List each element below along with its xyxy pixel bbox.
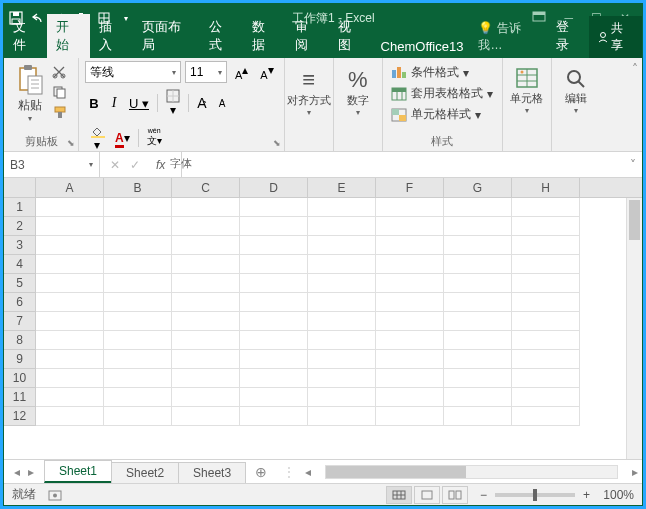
cell[interactable] [240,236,308,255]
page-layout-view-icon[interactable] [414,486,440,504]
cells-grid[interactable]: 123456789101112 [4,198,642,459]
hscroll-left-icon[interactable]: ◂ [305,465,311,479]
cell[interactable] [444,369,512,388]
cell[interactable] [512,217,580,236]
cell[interactable] [376,369,444,388]
fill-color-button[interactable]: ▾ [85,122,109,154]
cell[interactable] [376,312,444,331]
horizontal-scrollbar[interactable] [325,465,618,479]
cell[interactable] [512,369,580,388]
cell[interactable] [308,217,376,236]
cell[interactable] [172,388,240,407]
font-shrink-icon[interactable]: Â [213,96,231,111]
cell[interactable] [104,236,172,255]
share-button[interactable]: 共享 [589,16,642,58]
row-header[interactable]: 2 [4,217,36,236]
cell[interactable] [172,331,240,350]
border-button[interactable]: ▾ [162,87,184,119]
zoom-slider[interactable] [495,493,575,497]
expand-formula-icon[interactable]: ˅ [624,158,642,172]
cell[interactable] [376,236,444,255]
cell[interactable] [172,198,240,217]
cell[interactable] [240,217,308,236]
cell[interactable] [376,293,444,312]
cells-button[interactable]: 单元格 ▾ [509,61,545,115]
hscroll-right-icon[interactable]: ▸ [632,465,638,479]
phonetic-button[interactable]: wén文▾ [143,126,166,150]
increase-font-icon[interactable]: A▴ [231,61,252,83]
cell[interactable] [308,388,376,407]
cell[interactable] [240,312,308,331]
paste-button[interactable]: 粘贴 ▾ [10,61,50,123]
tab-file[interactable]: 文件 [4,14,47,58]
sheet-tab-3[interactable]: Sheet3 [178,462,246,483]
sheet-tab-1[interactable]: Sheet1 [44,460,112,483]
cell[interactable] [240,388,308,407]
cell[interactable] [172,236,240,255]
cell[interactable] [36,407,104,426]
tab-formula[interactable]: 公式 [200,14,243,58]
add-sheet-icon[interactable]: ⊕ [245,464,277,480]
cell[interactable] [512,312,580,331]
cell-style-button[interactable]: 单元格样式 ▾ [389,105,495,124]
font-grow-icon[interactable]: Â [193,93,211,113]
row-header[interactable]: 9 [4,350,36,369]
cell[interactable] [240,350,308,369]
underline-button[interactable]: U ▾ [125,94,153,113]
normal-view-icon[interactable] [386,486,412,504]
zoom-in-icon[interactable]: + [583,488,590,502]
cut-icon[interactable] [52,65,70,81]
number-button[interactable]: % 数字 ▾ [340,61,376,117]
cell[interactable] [104,312,172,331]
cell[interactable] [240,369,308,388]
cell[interactable] [36,369,104,388]
zoom-level[interactable]: 100% [598,488,634,502]
col-header[interactable]: B [104,178,172,197]
cell[interactable] [444,293,512,312]
cell[interactable] [172,293,240,312]
cell[interactable] [36,217,104,236]
cell[interactable] [512,350,580,369]
cell[interactable] [376,255,444,274]
col-header[interactable]: E [308,178,376,197]
cell[interactable] [104,274,172,293]
cell[interactable] [172,255,240,274]
decrease-font-icon[interactable]: A▾ [256,61,277,83]
cell[interactable] [308,369,376,388]
copy-icon[interactable] [52,85,70,101]
cell[interactable] [512,198,580,217]
cell[interactable] [104,255,172,274]
cell[interactable] [36,198,104,217]
cell[interactable] [308,255,376,274]
editing-button[interactable]: 编辑 ▾ [558,61,594,115]
vertical-scrollbar[interactable] [626,198,642,459]
cell[interactable] [36,274,104,293]
login-button[interactable]: 登录 [548,14,589,58]
cell[interactable] [308,312,376,331]
cell[interactable] [444,217,512,236]
cell[interactable] [172,217,240,236]
cell[interactable] [240,407,308,426]
cell[interactable] [512,331,580,350]
row-header[interactable]: 4 [4,255,36,274]
cell[interactable] [444,198,512,217]
cell[interactable] [444,407,512,426]
cell[interactable] [512,255,580,274]
cell[interactable] [240,331,308,350]
font-name-select[interactable]: 等线▾ [85,61,181,83]
cell[interactable] [444,388,512,407]
cell[interactable] [36,293,104,312]
cell[interactable] [36,388,104,407]
sheet-next-icon[interactable]: ▸ [28,465,34,479]
cell[interactable] [376,350,444,369]
cell[interactable] [308,407,376,426]
zoom-out-icon[interactable]: − [480,488,487,502]
sheet-tab-2[interactable]: Sheet2 [111,462,179,483]
collapse-ribbon-icon[interactable]: ˄ [632,62,638,76]
cell[interactable] [308,236,376,255]
tell-me[interactable]: 💡 告诉我… [472,16,547,58]
cell[interactable] [376,407,444,426]
col-header[interactable]: D [240,178,308,197]
col-header[interactable]: H [512,178,580,197]
cell[interactable] [104,217,172,236]
